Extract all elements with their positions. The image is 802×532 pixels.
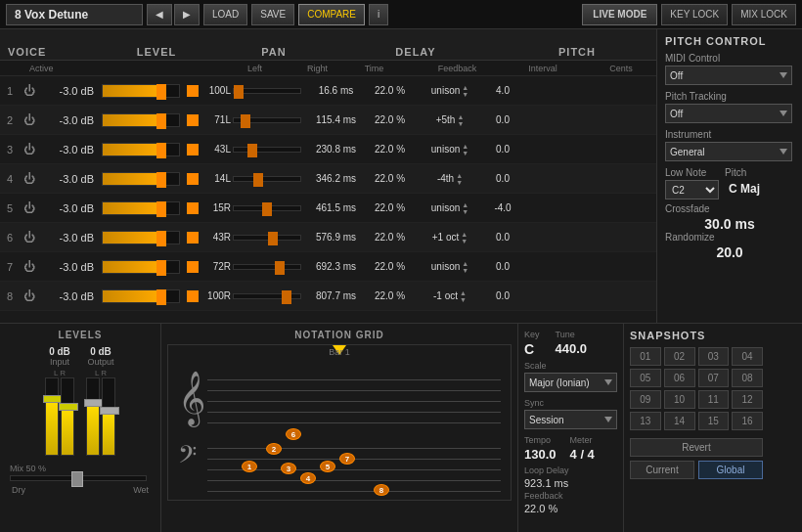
snapshot-button[interactable]: 13 (630, 412, 661, 430)
interval-spin[interactable]: ▲▼ (462, 260, 468, 274)
compare-button[interactable]: COMPARE (298, 4, 365, 25)
save-button[interactable]: SAVE (251, 4, 294, 25)
pan-track[interactable] (233, 117, 301, 123)
pan-track[interactable] (233, 293, 301, 299)
interval-spin[interactable]: ▲▼ (457, 113, 464, 127)
snapshot-button[interactable]: 12 (732, 390, 763, 409)
pan-handle[interactable] (262, 202, 272, 216)
pan-handle[interactable] (268, 232, 278, 245)
pan-track[interactable] (233, 147, 301, 153)
level-bar-container[interactable] (102, 113, 180, 127)
snapshot-button[interactable]: 14 (664, 412, 695, 430)
snapshot-button[interactable]: 10 (664, 390, 695, 409)
snapshot-button[interactable]: 07 (698, 369, 730, 387)
low-note-select[interactable]: C2 (665, 180, 719, 200)
level-bar-container[interactable] (102, 260, 180, 274)
voice-power-button[interactable]: ⏻ (20, 113, 39, 127)
key-lock-button[interactable]: KEY LOCK (661, 4, 728, 25)
mix-lock-button[interactable]: MIX LOCK (732, 4, 796, 25)
voice-color-swatch[interactable] (187, 290, 199, 302)
pan-track[interactable] (233, 235, 301, 241)
snapshot-button[interactable]: 09 (630, 390, 661, 409)
level-bar-container[interactable] (102, 289, 180, 303)
pan-track[interactable] (233, 264, 301, 270)
snapshot-button[interactable]: 08 (732, 369, 763, 387)
voice-color-swatch[interactable] (187, 202, 199, 214)
note-dot-4[interactable]: 4 (300, 472, 316, 484)
level-bar-container[interactable] (102, 231, 180, 244)
note-dot-7[interactable]: 7 (339, 453, 355, 465)
revert-button[interactable]: Revert (630, 438, 763, 457)
pan-track[interactable] (233, 88, 301, 94)
sync-select[interactable]: Session (524, 410, 617, 429)
scale-select[interactable]: Major (Ionian) (524, 373, 617, 392)
mix-slider-track[interactable] (10, 475, 147, 481)
voice-power-button[interactable]: ⏻ (20, 84, 39, 98)
voice-power-button[interactable]: ⏻ (20, 143, 39, 156)
pan-track[interactable] (233, 205, 301, 211)
live-mode-button[interactable]: LIVE MODE (582, 4, 657, 25)
midi-control-select[interactable]: Off (665, 66, 792, 85)
voice-power-button[interactable]: ⏻ (20, 289, 39, 303)
pan-handle[interactable] (253, 173, 263, 187)
load-button[interactable]: LOAD (203, 4, 247, 25)
note-dot-2[interactable]: 2 (266, 443, 282, 455)
interval-spin[interactable]: ▲▼ (462, 201, 468, 215)
level-handle[interactable] (156, 143, 166, 158)
info-button[interactable]: i (369, 4, 388, 25)
global-button[interactable]: Global (698, 461, 763, 479)
snapshot-button[interactable]: 03 (698, 347, 730, 366)
level-handle[interactable] (156, 201, 166, 217)
interval-spin[interactable]: ▲▼ (461, 231, 468, 244)
current-button[interactable]: Current (630, 461, 694, 479)
voice-color-swatch[interactable] (187, 261, 199, 273)
interval-spin[interactable]: ▲▼ (460, 289, 467, 303)
mix-handle[interactable] (71, 471, 83, 487)
level-bar-container[interactable] (102, 172, 180, 186)
pan-handle[interactable] (234, 85, 244, 99)
level-bar-container[interactable] (102, 143, 180, 156)
preset-name-input[interactable] (6, 4, 143, 25)
voice-power-button[interactable]: ⏻ (20, 172, 39, 186)
note-dot-6[interactable]: 6 (286, 428, 301, 440)
voice-color-swatch[interactable] (187, 114, 199, 126)
voice-color-swatch[interactable] (187, 232, 199, 244)
level-bar-container[interactable] (102, 201, 180, 215)
note-dot-3[interactable]: 3 (281, 463, 296, 474)
voice-power-button[interactable]: ⏻ (20, 260, 39, 274)
pan-track[interactable] (233, 176, 301, 182)
instrument-select[interactable]: General (665, 142, 792, 161)
snapshot-button[interactable]: 11 (698, 390, 730, 409)
pan-handle[interactable] (282, 290, 291, 304)
level-bar-container[interactable] (102, 84, 180, 98)
interval-spin[interactable]: ▲▼ (462, 143, 468, 156)
note-dot-1[interactable]: 1 (242, 461, 257, 472)
level-handle[interactable] (156, 113, 166, 129)
interval-spin[interactable]: ▲▼ (462, 84, 468, 98)
voice-color-swatch[interactable] (187, 85, 199, 97)
next-button[interactable]: ▶ (174, 4, 200, 25)
prev-button[interactable]: ◀ (147, 4, 172, 25)
level-handle[interactable] (156, 84, 166, 100)
voice-power-button[interactable]: ⏻ (20, 201, 39, 215)
level-handle[interactable] (156, 289, 166, 305)
input-handle-l[interactable] (43, 395, 63, 403)
pitch-tracking-select[interactable]: Off (665, 104, 792, 123)
note-dot-5[interactable]: 5 (320, 461, 335, 472)
voice-power-button[interactable]: ⏻ (20, 231, 39, 244)
snapshot-button[interactable]: 01 (630, 347, 661, 366)
snapshot-button[interactable]: 06 (664, 369, 695, 387)
snapshot-button[interactable]: 16 (732, 412, 763, 430)
output-handle-r[interactable] (100, 407, 119, 415)
output-handle-l[interactable] (84, 399, 104, 407)
note-dot-8[interactable]: 8 (374, 484, 389, 496)
snapshot-button[interactable]: 02 (664, 347, 695, 366)
snapshot-button[interactable]: 05 (630, 369, 661, 387)
level-handle[interactable] (156, 260, 166, 276)
input-handle-r[interactable] (59, 403, 78, 411)
pan-handle[interactable] (247, 144, 257, 157)
level-handle[interactable] (156, 172, 166, 188)
voice-color-swatch[interactable] (187, 144, 199, 155)
pan-handle[interactable] (275, 261, 285, 275)
level-handle[interactable] (156, 231, 166, 246)
